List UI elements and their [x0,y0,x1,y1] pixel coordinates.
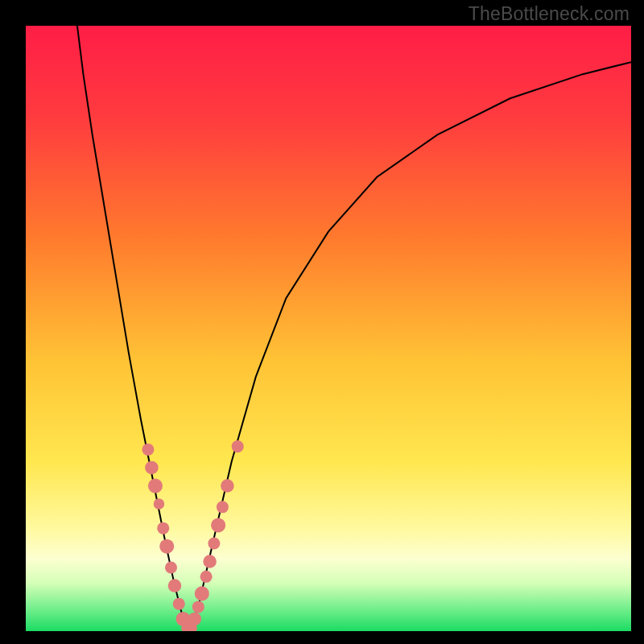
curve-left-curve [77,26,189,631]
marker-dot [188,613,202,626]
marker-dot [148,478,163,493]
marker-dot [157,522,169,535]
marker-dot [173,598,185,610]
chart-frame: TheBottleneck.com [0,0,644,644]
marker-dot [195,586,209,601]
curve-right-curve [189,62,631,631]
marker-dot [142,444,154,456]
marker-dot [221,479,234,493]
marker-dot [232,440,244,452]
marker-dot [200,571,213,583]
marker-dot [192,601,204,613]
marker-dot [208,537,220,549]
marker-dot [159,539,174,554]
marker-dot [211,518,225,532]
plot-area [26,26,631,631]
marker-dot [203,555,217,568]
curves-layer [26,26,631,631]
watermark-text: TheBottleneck.com [469,3,630,25]
marker-dot [168,579,182,592]
marker-dot [154,498,165,510]
marker-dot [217,501,229,513]
marker-dot [145,461,159,475]
marker-dot [165,562,177,574]
